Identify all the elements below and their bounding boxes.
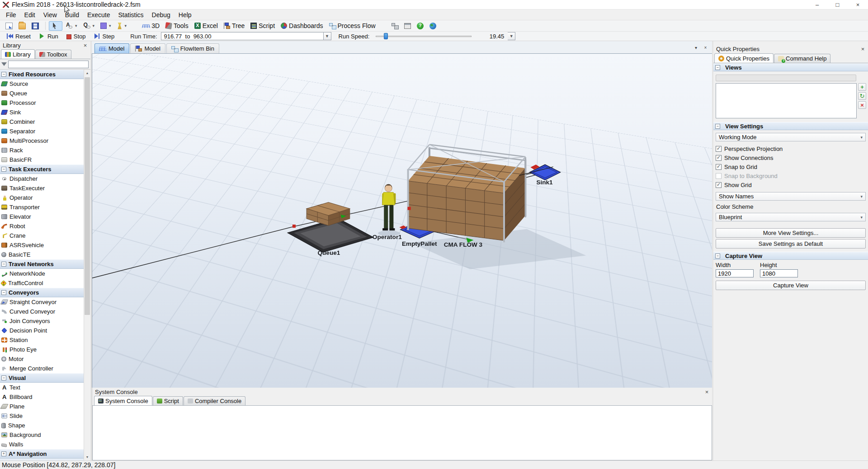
capture-view-button[interactable]: Capture View [716, 281, 866, 290]
color-scheme-dropdown[interactable]: Blueprint ▾ [716, 213, 866, 221]
library-tree-row[interactable]: Dispatcher [0, 174, 84, 183]
queue-object[interactable] [288, 202, 373, 253]
console-tab[interactable]: System Console [94, 396, 152, 405]
library-tree-row[interactable]: Processor [0, 98, 84, 108]
library-tree-row[interactable]: MultiProcessor [0, 136, 84, 145]
quick-properties-tab[interactable]: Quick Properties [714, 53, 774, 63]
view-setting-checkbox[interactable]: Perspective Projection [716, 144, 866, 153]
run-speed-slider[interactable] [376, 33, 472, 39]
tab-list-menu-button[interactable]: ▾ [692, 44, 700, 51]
collapse-icon[interactable]: − [715, 65, 720, 70]
toolbar-view-button[interactable]: Excel [192, 21, 221, 31]
menu-item[interactable]: Debug [148, 10, 175, 19]
checkbox-icon[interactable] [716, 173, 722, 179]
library-tree-row[interactable]: Source [0, 79, 84, 89]
menu-item[interactable]: View [39, 10, 61, 19]
menu-item[interactable]: Statistics [114, 10, 148, 19]
library-tab[interactable]: Toolbox [35, 50, 71, 59]
operator-object[interactable] [382, 184, 396, 230]
library-tree-row[interactable]: ASRSvehicle [0, 240, 84, 250]
toolbar-view-button[interactable]: Process Flow [326, 21, 378, 31]
menu-item[interactable]: File [2, 10, 20, 19]
library-tree-row[interactable]: Slide [0, 411, 84, 421]
library-tree-row[interactable]: Shape [0, 421, 84, 430]
toolbar-mode-button[interactable]: ▾ [98, 21, 114, 30]
step-button[interactable]: Step [90, 33, 119, 40]
collapse-icon[interactable]: − [715, 253, 720, 258]
console-tab[interactable]: Compiler Console [184, 396, 245, 405]
toolbar-utility-button[interactable] [389, 21, 401, 30]
run-time-dropdown-button[interactable]: ▼ [324, 32, 331, 40]
scroll-down-icon[interactable]: ▼ [84, 454, 90, 460]
more-view-settings-button[interactable]: More View Settings... [716, 228, 866, 238]
library-tree-row[interactable]: Operator [0, 193, 84, 202]
library-search-input[interactable] [8, 61, 89, 68]
close-icon[interactable]: × [82, 42, 89, 49]
stop-button[interactable]: Stop [62, 33, 90, 40]
3d-model-viewport[interactable]: Queue1 Operator1 EmptyPallet CMA FLOW 3 … [92, 54, 712, 388]
working-mode-dropdown[interactable]: Working Mode ▾ [716, 133, 866, 141]
view-setting-checkbox[interactable]: Snap to Background [716, 171, 866, 180]
delete-view-icon[interactable]: × [858, 101, 866, 109]
checkbox-icon[interactable] [716, 182, 722, 188]
toolbar-button[interactable] [3, 21, 15, 31]
save-settings-default-button[interactable]: Save Settings as Default [716, 239, 866, 249]
library-tree-row[interactable]: Crane [0, 231, 84, 240]
library-tree-row[interactable]: Elevator [0, 212, 84, 221]
run-time-input[interactable]: 916.77 to 963.00 [161, 32, 324, 40]
library-tree-row[interactable]: − Conveyors [0, 288, 84, 297]
library-tab[interactable]: Library [1, 49, 35, 59]
toolbar-view-button[interactable]: Script [248, 21, 278, 31]
views-section-header[interactable]: − Views [713, 63, 868, 71]
library-tree-row[interactable]: Billboard [0, 392, 84, 402]
reload-views-icon[interactable]: ↻ [858, 92, 866, 100]
slider-track[interactable] [376, 36, 472, 37]
toolbar-mode-button[interactable]: ▾ [114, 21, 130, 31]
capture-width-input[interactable] [716, 269, 754, 277]
section-toggle-icon[interactable]: − [1, 167, 6, 172]
library-tree-row[interactable]: Sink [0, 108, 84, 117]
toolbar-button[interactable] [16, 21, 28, 31]
close-icon[interactable]: × [703, 389, 710, 395]
reset-button[interactable]: Reset [3, 33, 35, 40]
toolbar-view-button[interactable]: Tools [163, 21, 191, 31]
close-icon[interactable]: × [859, 46, 866, 52]
document-tab[interactable]: Model [130, 43, 165, 53]
library-tree-row[interactable]: Motor [0, 354, 84, 364]
toolbar-mode-button[interactable]: ▾ [63, 21, 80, 31]
section-toggle-icon[interactable]: − [1, 290, 6, 295]
toolbar-view-button[interactable]: Dashboards [278, 21, 326, 31]
view-setting-checkbox[interactable]: Show Grid [716, 180, 866, 189]
library-tree-row[interactable]: Photo Eye [0, 345, 84, 354]
view-settings-section-header[interactable]: − View Settings [713, 122, 868, 130]
library-tree-row[interactable]: Merge Controller [0, 364, 84, 373]
tab-close-button[interactable]: × [702, 44, 709, 51]
section-toggle-icon[interactable]: − [1, 72, 6, 77]
toolbar-view-button[interactable]: Tree [221, 21, 247, 31]
library-tree-row[interactable]: TaskExecuter [0, 183, 84, 193]
document-tab[interactable]: Model [94, 43, 129, 53]
toolbar-utility-button[interactable] [427, 21, 439, 31]
library-tree-row[interactable]: Transporter [0, 202, 84, 212]
library-tree-row[interactable]: Separator [0, 127, 84, 136]
library-tree-row[interactable]: BasicTE [0, 250, 84, 259]
capture-height-input[interactable] [760, 269, 798, 277]
toolbar-utility-button[interactable] [414, 21, 426, 31]
toolbar-button[interactable] [29, 21, 42, 31]
library-tree-row[interactable]: + A* Navigation [0, 449, 84, 459]
scrollbar-thumb[interactable] [85, 77, 90, 315]
library-tree-row[interactable]: − Fixed Resources [0, 70, 84, 79]
library-tree-row[interactable]: Station [0, 335, 84, 345]
menu-item[interactable]: Edit [20, 10, 39, 19]
library-tree-row[interactable]: Walls [0, 440, 84, 449]
slider-handle[interactable] [384, 33, 388, 39]
menu-item[interactable]: Execute [83, 10, 114, 19]
view-setting-checkbox[interactable]: Show Connections [716, 153, 866, 162]
run-speed-dropdown-button[interactable]: ▼ [508, 32, 515, 40]
library-tree-row[interactable]: Queue [0, 89, 84, 98]
console-output[interactable] [92, 406, 712, 460]
library-tree-row[interactable]: Combiner [0, 117, 84, 127]
library-tree-row[interactable]: − Task Executers [0, 164, 84, 174]
toolbar-mode-button[interactable]: ▾ [80, 21, 98, 31]
capture-view-section-header[interactable]: − Capture View [713, 252, 868, 260]
